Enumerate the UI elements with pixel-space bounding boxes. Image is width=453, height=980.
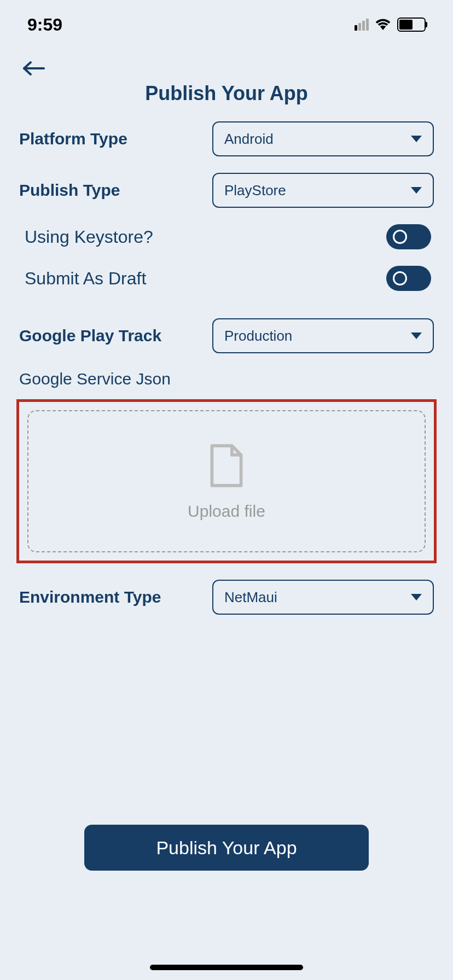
environment-type-value: NetMaui: [224, 589, 277, 606]
environment-type-row: Environment Type NetMaui: [19, 580, 434, 615]
battery-icon: [397, 18, 426, 32]
using-keystore-row: Using Keystore?: [19, 224, 434, 249]
status-bar: 9:59: [0, 0, 453, 44]
form-container: Platform Type Android Publish Type PlayS…: [0, 121, 453, 388]
submit-as-draft-row: Submit As Draft: [19, 266, 434, 291]
google-play-track-value: Production: [224, 328, 292, 345]
platform-type-value: Android: [224, 131, 274, 148]
publish-type-label: Publish Type: [19, 181, 120, 200]
google-play-track-dropdown[interactable]: Production: [212, 318, 434, 353]
publish-type-dropdown[interactable]: PlayStore: [212, 173, 434, 208]
google-play-track-row: Google Play Track Production: [19, 318, 434, 353]
environment-type-dropdown[interactable]: NetMaui: [212, 580, 434, 615]
toggle-circle: [393, 230, 407, 244]
back-button-container: [0, 44, 453, 82]
chevron-down-icon: [411, 594, 422, 600]
page-title: Publish Your App: [0, 82, 453, 105]
submit-as-draft-toggle[interactable]: [386, 266, 431, 291]
file-icon: [207, 442, 246, 491]
platform-type-dropdown[interactable]: Android: [212, 121, 434, 156]
platform-type-row: Platform Type Android: [19, 121, 434, 156]
submit-as-draft-label: Submit As Draft: [25, 269, 146, 289]
google-play-track-label: Google Play Track: [19, 326, 161, 345]
publish-type-value: PlayStore: [224, 182, 286, 199]
signal-icon: [355, 19, 369, 31]
google-service-json-label: Google Service Json: [19, 370, 434, 388]
using-keystore-toggle[interactable]: [386, 224, 431, 249]
form-container-2: Environment Type NetMaui: [0, 580, 453, 615]
publish-app-button[interactable]: Publish Your App: [84, 825, 369, 871]
wifi-icon: [374, 17, 392, 32]
toggle-circle: [393, 271, 407, 285]
back-button[interactable]: [22, 60, 46, 77]
publish-type-row: Publish Type PlayStore: [19, 173, 434, 208]
upload-file-text: Upload file: [188, 502, 265, 521]
chevron-down-icon: [411, 136, 422, 142]
status-time: 9:59: [27, 15, 62, 35]
home-indicator[interactable]: [150, 965, 303, 970]
upload-highlight-box: Upload file: [16, 399, 437, 563]
platform-type-label: Platform Type: [19, 130, 127, 148]
upload-file-area[interactable]: Upload file: [27, 410, 426, 552]
status-icons: [355, 17, 426, 32]
environment-type-label: Environment Type: [19, 588, 161, 606]
using-keystore-label: Using Keystore?: [25, 227, 153, 247]
chevron-down-icon: [411, 332, 422, 339]
chevron-down-icon: [411, 187, 422, 194]
